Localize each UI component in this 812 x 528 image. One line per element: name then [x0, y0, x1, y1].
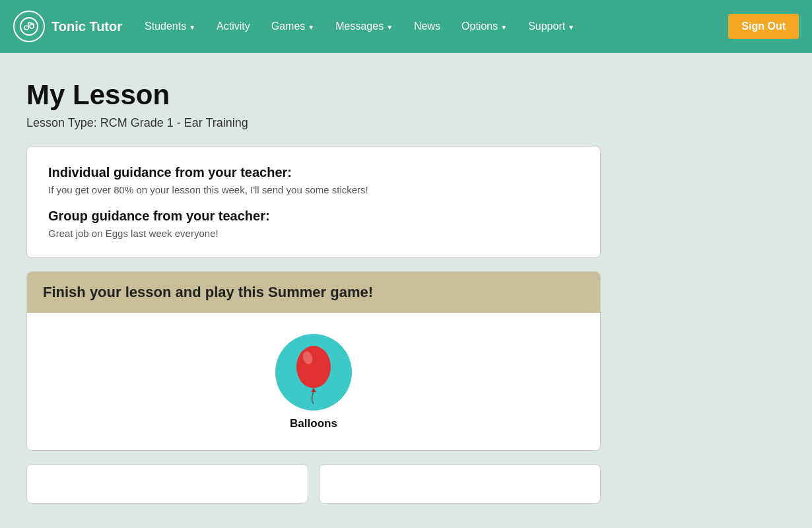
svg-point-0 — [20, 18, 38, 35]
nav-news[interactable]: News — [405, 15, 450, 38]
nav-logo[interactable]: Tonic Tutor — [13, 11, 122, 42]
summer-card-body: Balloons — [27, 313, 600, 450]
svg-point-1 — [24, 26, 28, 30]
main-content: My Lesson Lesson Type: RCM Grade 1 - Ear… — [0, 53, 627, 528]
bottom-card-1 — [26, 464, 308, 504]
group-guidance-section: Group guidance from your teacher: Great … — [48, 209, 579, 239]
group-guidance-heading: Group guidance from your teacher: — [48, 209, 579, 224]
individual-guidance-heading: Individual guidance from your teacher: — [48, 165, 579, 180]
nav-items: Students ▼ Activity Games ▼ Messages ▼ N… — [135, 15, 728, 38]
nav-support[interactable]: Support ▼ — [519, 15, 584, 38]
svg-line-3 — [28, 22, 34, 24]
svg-point-7 — [296, 346, 331, 388]
sign-out-button[interactable]: Sign Out — [728, 14, 799, 39]
bottom-cards — [26, 464, 601, 504]
svg-point-5 — [30, 24, 34, 28]
summer-card-header: Finish your lesson and play this Summer … — [27, 272, 600, 313]
logo-icon — [13, 11, 45, 42]
page-title: My Lesson — [26, 79, 601, 111]
nav-options[interactable]: Options ▼ — [452, 15, 516, 38]
group-guidance-text: Great job on Eggs last week everyone! — [48, 228, 579, 239]
nav-students[interactable]: Students ▼ — [135, 15, 205, 38]
individual-guidance-section: Individual guidance from your teacher: I… — [48, 165, 579, 195]
nav-activity[interactable]: Activity — [207, 15, 259, 38]
messages-chevron-icon: ▼ — [386, 24, 393, 31]
individual-guidance-text: If you get over 80% on your lesson this … — [48, 184, 579, 195]
navbar: Tonic Tutor Students ▼ Activity Games ▼ … — [0, 0, 812, 53]
bottom-card-2 — [319, 464, 601, 504]
balloon-icon — [274, 333, 353, 412]
support-chevron-icon: ▼ — [568, 24, 574, 31]
summer-card-header-text: Finish your lesson and play this Summer … — [43, 284, 373, 300]
nav-messages[interactable]: Messages ▼ — [326, 15, 402, 38]
games-chevron-icon: ▼ — [308, 24, 314, 31]
brand-name: Tonic Tutor — [51, 19, 122, 34]
students-chevron-icon: ▼ — [189, 24, 195, 31]
guidance-card: Individual guidance from your teacher: I… — [26, 146, 601, 258]
nav-games[interactable]: Games ▼ — [262, 15, 323, 38]
options-chevron-icon: ▼ — [500, 24, 507, 31]
balloon-container: Balloons — [274, 333, 353, 430]
balloon-game-label: Balloons — [290, 417, 337, 430]
summer-game-card[interactable]: Finish your lesson and play this Summer … — [26, 271, 601, 451]
lesson-type: Lesson Type: RCM Grade 1 - Ear Training — [26, 116, 601, 130]
